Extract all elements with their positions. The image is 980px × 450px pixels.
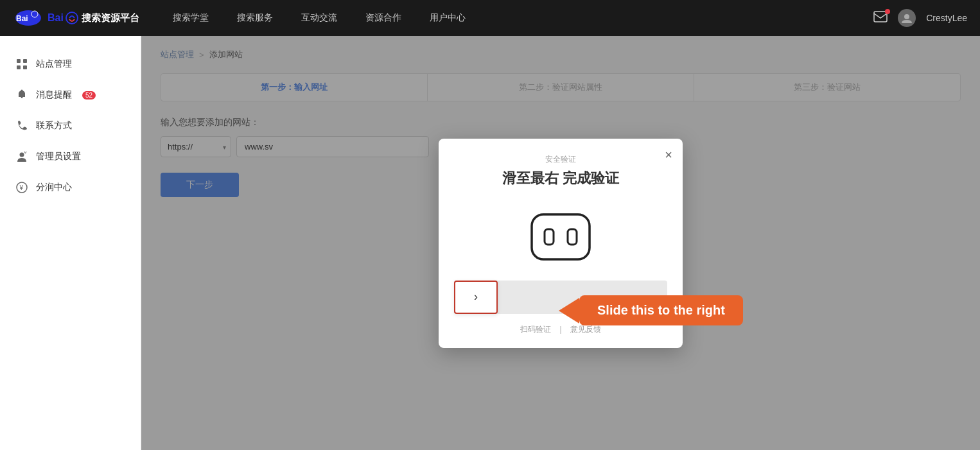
sidebar-label-sites: 站点管理 <box>36 58 72 70</box>
top-navigation: Bai Bai 搜索资源平台 搜索学堂 搜索服务 互动交流 资源合作 用户中心 <box>0 0 980 36</box>
svg-point-2 <box>31 11 38 17</box>
logo[interactable]: Bai Bai 搜索资源平台 <box>13 9 139 27</box>
tooltip-pointer <box>559 298 579 324</box>
modal-subtitle: 安全验证 <box>454 154 667 165</box>
svg-rect-10 <box>21 97 23 98</box>
baidu-icon <box>65 11 79 25</box>
svg-rect-16 <box>545 229 554 245</box>
svg-point-5 <box>904 14 909 19</box>
sidebar-item-contact[interactable]: 联系方式 <box>0 110 141 141</box>
plug-icon-container <box>439 198 683 281</box>
site-icon <box>15 58 28 71</box>
nav-menu: 搜索学堂 搜索服务 互动交流 资源合作 用户中心 <box>159 0 873 36</box>
sidebar-label-notifications: 消息提醒 <box>36 89 72 101</box>
admin-icon <box>15 150 28 163</box>
mail-notification-dot <box>885 9 890 14</box>
svg-rect-17 <box>568 229 577 245</box>
sidebar-item-revenue[interactable]: ¥ 分润中心 <box>0 172 141 203</box>
mail-button[interactable] <box>873 11 888 25</box>
svg-point-3 <box>66 12 78 24</box>
plug-icon <box>525 211 596 263</box>
modal-overlay[interactable]: × 安全验证 滑至最右 完成验证 <box>141 36 980 450</box>
annotation-text: Slide this to the right <box>579 295 743 325</box>
svg-point-12 <box>20 153 24 157</box>
modal-close-button[interactable]: × <box>665 148 672 162</box>
nav-item-4[interactable]: 用户中心 <box>416 0 480 36</box>
annotation-tooltip: Slide this to the right <box>559 295 743 325</box>
svg-rect-7 <box>23 59 27 63</box>
svg-text:¥: ¥ <box>19 184 24 191</box>
brand-name: 搜索资源平台 <box>82 12 139 24</box>
bell-icon <box>15 89 28 101</box>
money-icon: ¥ <box>15 181 28 194</box>
user-avatar[interactable] <box>898 9 916 27</box>
sidebar-item-sites[interactable]: 站点管理 <box>0 49 141 80</box>
notification-badge: 52 <box>82 91 96 100</box>
main-layout: 站点管理 消息提醒 52 联系方式 <box>0 36 980 450</box>
svg-rect-6 <box>17 59 21 63</box>
sidebar-item-admin[interactable]: 管理员设置 <box>0 141 141 172</box>
svg-text:Bai: Bai <box>16 14 28 23</box>
modal-title: 滑至最右 完成验证 <box>454 169 667 188</box>
modal-header: 安全验证 滑至最右 完成验证 <box>439 139 683 198</box>
footer-separator: ｜ <box>557 325 564 334</box>
svg-rect-9 <box>23 65 27 69</box>
username-label[interactable]: CrestyLee <box>926 13 967 23</box>
nav-item-2[interactable]: 互动交流 <box>287 0 351 36</box>
main-content: 站点管理 > 添加网站 第一步：输入网址 第二步：验证网站属性 第三步：验证网站… <box>141 36 980 450</box>
avatar-icon <box>900 12 913 24</box>
nav-item-3[interactable]: 资源合作 <box>351 0 416 36</box>
slider-arrow-icon: › <box>474 290 478 304</box>
phone-icon <box>15 119 28 132</box>
nav-item-1[interactable]: 搜索服务 <box>223 0 287 36</box>
svg-rect-8 <box>17 65 21 69</box>
svg-point-11 <box>21 90 23 92</box>
sidebar-item-notifications[interactable]: 消息提醒 52 <box>0 80 141 110</box>
sidebar-label-contact: 联系方式 <box>36 120 72 132</box>
sidebar: 站点管理 消息提醒 52 联系方式 <box>0 36 141 450</box>
slider-handle[interactable]: › <box>454 281 498 314</box>
sidebar-label-revenue: 分润中心 <box>36 182 72 193</box>
modal-footer: 扫码验证 ｜ 意见反馈 <box>439 324 683 335</box>
svg-rect-15 <box>532 214 590 259</box>
topnav-right: CrestyLee <box>873 9 967 27</box>
footer-link-feedback[interactable]: 意见反馈 <box>570 325 601 334</box>
footer-link-qr[interactable]: 扫码验证 <box>520 325 551 334</box>
nav-item-0[interactable]: 搜索学堂 <box>159 0 223 36</box>
sidebar-label-admin: 管理员设置 <box>36 151 81 162</box>
